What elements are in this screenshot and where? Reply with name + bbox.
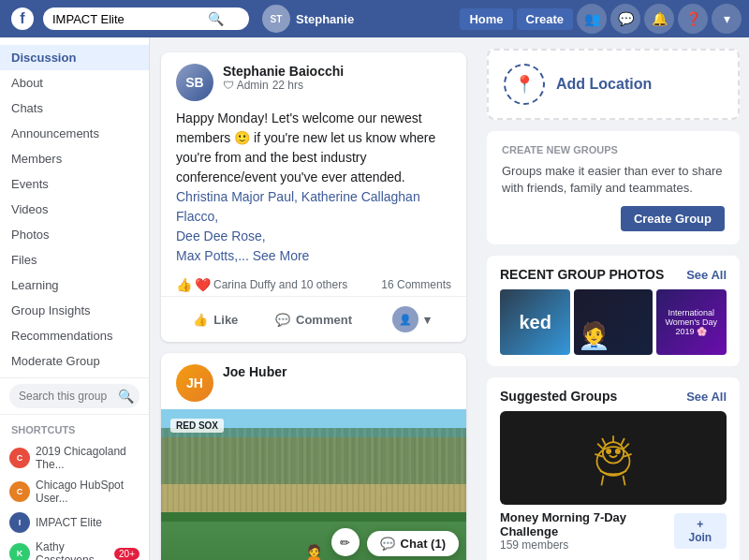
sidebar-item-files[interactable]: Files [0, 247, 149, 273]
money-morning-banner [500, 411, 727, 505]
global-search[interactable]: 🔍 [43, 7, 249, 30]
lion-logo-svg [576, 425, 651, 491]
photo-thumb-2[interactable]: 🧑‍💼 [574, 289, 652, 355]
post-actions-1: 👍 Like 💬 Comment 👤 ▾ [161, 297, 466, 342]
ked-text: ked [519, 312, 551, 333]
post-author-1[interactable]: Stephanie Baiocchi [223, 64, 451, 79]
comment-label: Comment [296, 313, 352, 327]
see-all-groups-link[interactable]: See All [686, 390, 727, 404]
group-search-input[interactable] [19, 390, 112, 403]
svg-line-12 [624, 476, 625, 486]
sidebar-item-members[interactable]: Members [0, 146, 149, 171]
shortcut-badge-kathy: 20+ [114, 548, 140, 560]
post-text-1: Happy Monday! Let's welcome our newest m… [176, 109, 451, 187]
location-icon: 📍 [504, 64, 545, 105]
shortcut-label-impact-elite: IMPACT Elite [36, 516, 102, 529]
people-icon[interactable]: 👥 [577, 4, 607, 34]
sidebar-item-learning[interactable]: Learning [0, 273, 149, 298]
photo-thumb-1[interactable]: ked [500, 289, 570, 355]
chat-edit-button[interactable]: ✏ [331, 528, 360, 556]
main-feed: SB Stephanie Baiocchi 🛡 Admin 22 hrs Hap… [150, 37, 477, 560]
add-location-box[interactable]: 📍 Add Location [487, 49, 740, 120]
chat-widget: 💬 Chat (1) ✏ [322, 528, 468, 560]
photo-grid: ked 🧑‍💼 International Women's Day 2019 🌸 [500, 289, 727, 355]
sidebar-label-about: About [11, 76, 43, 90]
messenger-icon[interactable]: 💬 [610, 4, 640, 34]
like-label: Like [213, 313, 238, 327]
left-sidebar: Discussion About Chats Announcements Mem… [0, 37, 150, 560]
join-money-morning-button[interactable]: + Join [674, 513, 727, 549]
user-profile-button[interactable]: ST Stephanie [262, 5, 354, 33]
see-all-photos-link[interactable]: See All [686, 268, 727, 282]
post-stephanie: SB Stephanie Baiocchi 🛡 Admin 22 hrs Hap… [161, 52, 466, 342]
search-input[interactable] [52, 12, 202, 26]
suggested-groups-box: Suggested Groups See All [487, 377, 740, 560]
suggested-groups-header: Suggested Groups See All [500, 389, 727, 404]
money-morning-info: Money Morning 7-Day Challenge 159 member… [500, 510, 727, 552]
tagged-user-1[interactable]: Christina Major Paul, [176, 189, 298, 204]
sidebar-label-members: Members [11, 152, 62, 166]
heart-reaction-icon: ❤️ [195, 277, 211, 292]
shortcut-avatar-chicagoland: C [9, 448, 30, 468]
red-sox-label: RED SOX [170, 419, 224, 433]
fb-logo-container: f [7, 4, 37, 34]
shortcut-avatar-impact-elite: I [9, 512, 30, 533]
recent-photos-box: RECENT GROUP PHOTOS See All ked 🧑‍💼 Inte… [487, 256, 740, 366]
username-label: Stephanie [296, 12, 354, 26]
sidebar-divider-2 [0, 414, 149, 415]
shortcut-kathy[interactable]: K Kathy Casstevens ... 20+ [0, 537, 149, 560]
sidebar-label-events: Events [11, 177, 49, 191]
group-money-morning: Money Morning 7-Day Challenge 159 member… [500, 411, 727, 552]
post-header-1: SB Stephanie Baiocchi 🛡 Admin 22 hrs [161, 52, 466, 109]
sidebar-item-videos[interactable]: Videos [0, 197, 149, 222]
sidebar-label-recommendations: Recommendations [11, 329, 112, 343]
search-icon[interactable]: 🔍 [208, 11, 224, 26]
facebook-logo: f [11, 7, 34, 30]
shortcut-hubspot[interactable]: C Chicago HubSpot User... [0, 475, 149, 508]
sidebar-item-group-insights[interactable]: Group Insights [0, 298, 149, 323]
sidebar-item-chats[interactable]: Chats [0, 96, 149, 121]
chat-button[interactable]: 💬 Chat (1) [367, 531, 459, 556]
post-meta-2: Joe Huber [223, 364, 451, 379]
notifications-icon[interactable]: 🔔 [644, 4, 674, 34]
sidebar-item-photos[interactable]: Photos [0, 222, 149, 247]
comments-count-1[interactable]: 16 Comments [381, 278, 451, 291]
post-reactions-1: 👍 ❤️ Carina Duffy and 10 others 16 Comme… [161, 273, 466, 297]
sidebar-item-recommendations[interactable]: Recommendations [0, 323, 149, 348]
avatar-stephanie: SB [176, 64, 213, 101]
sidebar-item-events[interactable]: Events [0, 171, 149, 197]
see-more-link[interactable]: See More [253, 248, 310, 263]
sidebar-divider [0, 377, 149, 378]
sidebar-item-about[interactable]: About [0, 70, 149, 96]
recent-photos-title: RECENT GROUP PHOTOS [500, 267, 664, 282]
post-time-1: 22 hrs [272, 79, 303, 92]
home-button[interactable]: Home [460, 8, 512, 30]
sidebar-item-discussion[interactable]: Discussion [0, 45, 149, 70]
chevron-down-icon[interactable]: ▾ [712, 4, 742, 34]
shortcut-impact-elite[interactable]: I IMPACT Elite [0, 508, 149, 537]
right-sidebar: 📍 Add Location CREATE NEW GROUPS Groups … [477, 37, 749, 560]
like-button-1[interactable]: 👍 Like [169, 301, 263, 338]
sidebar-label-moderate-group: Moderate Group [11, 354, 100, 368]
share-button-1[interactable]: 👤 ▾ [364, 301, 459, 338]
group-search[interactable]: 🔍 [9, 384, 140, 408]
create-group-button[interactable]: Create Group [621, 206, 725, 231]
help-icon[interactable]: ❓ [678, 4, 708, 34]
create-button[interactable]: Create [517, 8, 573, 30]
womens-day-text: International Women's Day 2019 🌸 [656, 304, 727, 340]
shortcut-chicagoland[interactable]: C 2019 Chicagoland The... [0, 441, 149, 475]
tagged-user-3[interactable]: Dee Dee Rose, [176, 228, 266, 243]
stadium-seats [161, 428, 466, 484]
comment-button-1[interactable]: 💬 Comment [267, 301, 361, 338]
tagged-user-4[interactable]: Max Potts,... [176, 248, 249, 263]
post-author-2[interactable]: Joe Huber [223, 364, 451, 379]
avatar: ST [262, 5, 290, 33]
money-morning-members: 159 members [500, 538, 674, 552]
post-header-2: JH Joe Huber [161, 353, 466, 409]
sidebar-label-discussion: Discussion [11, 51, 76, 65]
sidebar-item-announcements[interactable]: Announcements [0, 121, 149, 146]
sidebar-item-moderate-group[interactable]: Moderate Group [0, 348, 149, 374]
svg-line-3 [602, 438, 606, 445]
photo-thumb-3[interactable]: International Women's Day 2019 🌸 [656, 289, 727, 355]
sidebar-label-group-insights: Group Insights [11, 303, 91, 317]
